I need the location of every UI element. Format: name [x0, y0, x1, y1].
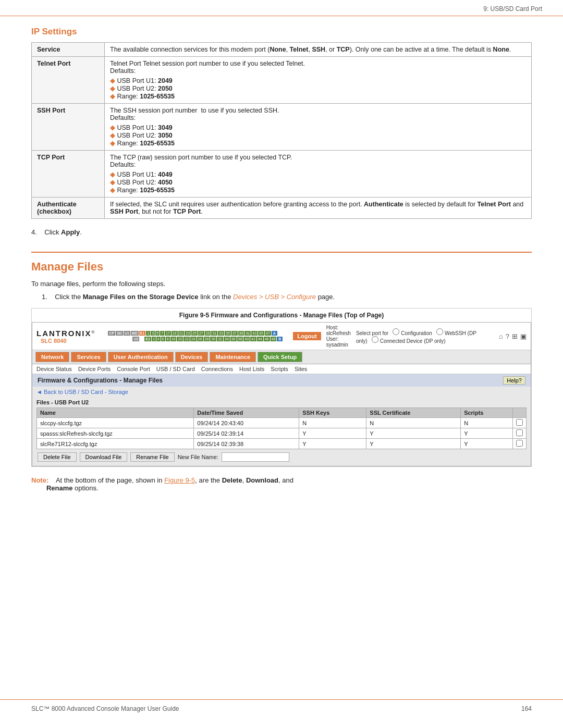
ip-settings-title: IP Settings — [31, 27, 532, 37]
file-name: spasss:slcRefresh-slccfg.tgz — [37, 428, 194, 439]
subnav-usb-sd-card[interactable]: USB / SD Card — [156, 366, 195, 372]
note-section: Note: At the bottom of the page, shown i… — [31, 476, 532, 492]
action-buttons-row: Delete File Download File Rename File Ne… — [36, 452, 527, 462]
table-row: TCP Port The TCP (raw) session port numb… — [32, 151, 532, 198]
row-content: Telnet Port Telnet session port number t… — [105, 57, 532, 104]
download-label: Download — [246, 476, 278, 484]
nav-bar: Network Services User Authentication Dev… — [32, 350, 531, 364]
file-ssh: Y — [299, 439, 366, 449]
page-header: 9: USB/SD Card Port — [0, 0, 563, 16]
config-icon[interactable]: ⊞ — [512, 332, 518, 340]
table-row: slcRe71R12-slccfg.tgz 09/25/14 02:39:38 … — [37, 439, 527, 449]
home-icon[interactable]: ⌂ — [499, 332, 503, 340]
table-header-row: Name Date/Time Saved SSH Keys SSL Certif… — [37, 408, 527, 418]
file-ssl: Y — [366, 428, 461, 439]
rename-file-button[interactable]: Rename File — [130, 452, 174, 462]
radio-configuration[interactable] — [393, 328, 399, 335]
figure-link[interactable]: Figure 9-5 — [164, 476, 195, 484]
row-label: Authenticate(checkbox) — [32, 198, 105, 219]
nav-network[interactable]: Network — [35, 352, 69, 362]
nav-services[interactable]: Services — [71, 352, 106, 362]
radio-connected-device[interactable] — [372, 336, 378, 343]
devices-usb-link[interactable]: Devices > USB > Configure — [233, 293, 316, 301]
file-date: 09/24/14 20:43:40 — [194, 418, 299, 428]
file-checkbox-cell[interactable] — [513, 418, 527, 428]
table-row: Authenticate(checkbox) If selected, the … — [32, 198, 532, 219]
table-row: Telnet Port Telnet Port Telnet session p… — [32, 57, 532, 104]
footer-left: SLC™ 8000 Advanced Console Manager User … — [31, 705, 179, 712]
file-checkbox-cell[interactable] — [513, 428, 527, 439]
files-table-container: Files - USB Port U2 Name Date/Time Saved… — [32, 397, 531, 466]
new-file-name-input[interactable] — [222, 452, 289, 462]
file-ssl: Y — [366, 439, 461, 449]
subnav-device-status[interactable]: Device Status — [36, 366, 72, 372]
table-row: SSH Port The SSH session port number to … — [32, 104, 532, 151]
help-button[interactable]: Help? — [503, 376, 525, 385]
subnav-host-lists[interactable]: Host Lists — [239, 366, 264, 372]
row-label: Telnet Port — [32, 57, 105, 104]
delete-file-button[interactable]: Delete File — [38, 452, 77, 462]
ip-settings-table: Service The available connection service… — [31, 42, 532, 219]
table-row: Service The available connection service… — [32, 43, 532, 57]
chapter-title: 9: USB/SD Card Port — [483, 5, 542, 13]
file-date: 09/25/14 02:39:38 — [194, 439, 299, 449]
col-date: Date/Time Saved — [194, 408, 299, 418]
page-footer: SLC™ 8000 Advanced Console Manager User … — [0, 699, 563, 718]
file-ssl: N — [366, 418, 461, 428]
file-checkbox[interactable] — [516, 419, 523, 426]
subnav-connections[interactable]: Connections — [201, 366, 233, 372]
table-row: spasss:slcRefresh-slccfg.tgz 09/25/14 02… — [37, 428, 527, 439]
manage-files-title: Manage Files — [31, 252, 532, 274]
col-name: Name — [37, 408, 194, 418]
file-date: 09/25/14 02:39:14 — [194, 428, 299, 439]
file-scripts: Y — [461, 428, 513, 439]
note-label: Note: — [31, 476, 48, 484]
download-file-button[interactable]: Download File — [80, 452, 128, 462]
nav-quick-setup[interactable]: Quick Setup — [258, 352, 302, 362]
subnav-console-port[interactable]: Console Port — [117, 366, 150, 372]
help-icon[interactable]: ? — [506, 332, 509, 340]
row-content: The available connection services for th… — [105, 43, 532, 57]
subnav-scripts[interactable]: Scripts — [271, 366, 288, 372]
file-ssh: N — [299, 418, 366, 428]
manage-files-step: 1. Click the Manage Files on the Storage… — [42, 293, 532, 301]
sub-nav: Device Status Device Ports Console Port … — [32, 364, 531, 374]
delete-label: Delete — [222, 476, 242, 484]
file-checkbox[interactable] — [516, 429, 523, 436]
logout-button[interactable]: Logout — [293, 332, 321, 340]
lantronix-logo: LANTRONIX® SLC 8040 — [36, 329, 94, 344]
file-scripts: Y — [461, 439, 513, 449]
col-ssl-cert: SSL Certificate — [366, 408, 461, 418]
row-label: Service — [32, 43, 105, 57]
slc-model: SLC 8040 — [41, 338, 67, 344]
file-checkbox[interactable] — [516, 440, 523, 447]
radio-webssh[interactable] — [436, 328, 443, 335]
file-scripts: N — [461, 418, 513, 428]
nav-devices[interactable]: Devices — [175, 352, 209, 362]
subnav-sites[interactable]: Sites — [295, 366, 307, 372]
nav-user-auth[interactable]: User Authentication — [108, 352, 174, 362]
back-link[interactable]: ◄ Back to USB / SD Card - Storage — [32, 387, 531, 397]
figure-container: Figure 9-5 Firmware and Configurations -… — [31, 308, 532, 467]
new-file-label: New File Name: — [178, 454, 218, 460]
table-row: slccpy-slccfg.tgz 09/24/14 20:43:40 N N … — [37, 418, 527, 428]
row-content: The SSH session port number to use if yo… — [105, 104, 532, 151]
select-port-label: Select port for — [356, 330, 388, 336]
user-label: User: sysadmin — [326, 336, 351, 348]
col-scripts: Scripts — [461, 408, 513, 418]
save-icon[interactable]: ▣ — [520, 332, 527, 340]
col-select — [513, 408, 527, 418]
click-apply-instruction: 4. Click Apply. — [31, 228, 532, 236]
row-label: TCP Port — [32, 151, 105, 198]
files-table: Name Date/Time Saved SSH Keys SSL Certif… — [36, 408, 527, 449]
row-content: If selected, the SLC unit requires user … — [105, 198, 532, 219]
col-ssh-keys: SSH Keys — [299, 408, 366, 418]
select-port-area: Select port for Configuration WebSSH (DP… — [356, 328, 487, 344]
file-name: slcRe71R12-slccfg.tgz — [37, 439, 194, 449]
nav-maintenance[interactable]: Maintenance — [210, 352, 256, 362]
ui-header: LANTRONIX® SLC 8040 CP SD U1 MD E1 1 — [32, 323, 531, 350]
row-label: SSH Port — [32, 104, 105, 151]
subnav-device-ports[interactable]: Device Ports — [78, 366, 111, 372]
file-checkbox-cell[interactable] — [513, 439, 527, 449]
rename-label: Rename — [46, 484, 73, 492]
